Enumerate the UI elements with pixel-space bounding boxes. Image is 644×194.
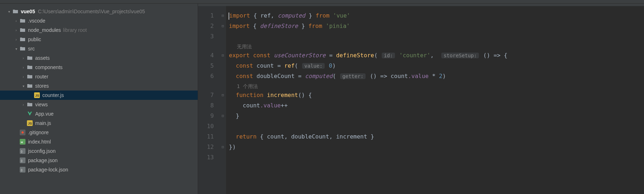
main-layout: ▾ vue05 C:\Users\admin\Documents\Vue_pro… [0, 4, 644, 194]
tree-item-suffix: library root [63, 27, 87, 33]
tree-item-stores[interactable]: ▾stores [0, 81, 198, 91]
line-number: 1 [198, 10, 214, 21]
tree-item-views[interactable]: ›views [0, 100, 198, 109]
svg-text:H: H [21, 141, 23, 144]
tree-item--gitignore[interactable]: .gitignore [0, 128, 198, 137]
folder-icon [27, 73, 33, 80]
chevron-right-icon[interactable]: › [21, 55, 26, 60]
tree-item-label: jsconfig.json [28, 148, 56, 154]
folder-icon [19, 45, 26, 52]
tree-item-App-vue[interactable]: App.vue [0, 109, 198, 118]
fold-icon[interactable]: ⊟ [220, 10, 226, 21]
top-toolbar [0, 0, 644, 4]
chevron-right-icon[interactable]: › [21, 65, 26, 70]
inlay-usages: 1 个用法 [229, 81, 644, 90]
inlay-hint: id: [382, 53, 395, 58]
svg-text:{}: {} [21, 169, 23, 171]
tree-item-main-js[interactable]: JSmain.js [0, 118, 198, 128]
line-number: 7 [198, 90, 214, 100]
folder-icon [12, 8, 19, 15]
fold-end-icon[interactable]: ⊡ [220, 111, 226, 121]
chevron-right-icon[interactable]: › [21, 102, 26, 107]
editor-area: 1 2 3 4 5 6 7 8 9 10 11 12 13 ⊟ ⊟ [198, 4, 644, 194]
fold-end-icon[interactable]: ⊡ [220, 142, 226, 152]
tree-root-label: vue05 [21, 9, 35, 14]
line-number: 6 [198, 71, 214, 81]
line-number: 10 [198, 121, 214, 131]
folder-icon [19, 36, 26, 43]
tree-item-label: package-lock.json [28, 167, 68, 173]
svg-text:{}: {} [21, 159, 23, 162]
chevron-right-icon[interactable]: › [14, 37, 19, 42]
folder-icon [27, 64, 33, 71]
tree-item--vscode[interactable]: ›.vscode [0, 16, 198, 25]
inlay-hint: value: [302, 63, 325, 69]
svg-text:JS: JS [28, 122, 32, 125]
gitfile-icon [19, 129, 26, 136]
fold-icon[interactable]: ⊟ [220, 50, 226, 60]
tree-item-node_modules[interactable]: ›node_moduleslibrary root [0, 25, 198, 35]
folder-icon [27, 101, 33, 108]
tree-item-index-html[interactable]: Hindex.html [0, 137, 198, 146]
tree-item-jsconfig-json[interactable]: {}jsconfig.json [0, 146, 198, 156]
tree-item-counter-js[interactable]: JScounter.js [0, 91, 198, 100]
folder-icon [19, 18, 26, 24]
project-tree[interactable]: ▾ vue05 C:\Users\admin\Documents\Vue_pro… [0, 6, 198, 194]
editor-content[interactable]: 1 2 3 4 5 6 7 8 9 10 11 12 13 ⊟ ⊟ [198, 6, 644, 194]
tree-item-label: .gitignore [28, 130, 49, 135]
chevron-right-icon[interactable]: › [14, 18, 19, 23]
tree-item-package-json[interactable]: {}package.json [0, 156, 198, 165]
line-number-gutter: 1 2 3 4 5 6 7 8 9 10 11 12 13 [198, 6, 220, 194]
tree-item-label: components [35, 64, 62, 70]
chevron-right-icon[interactable]: › [14, 28, 19, 33]
tree-item-label: router [35, 74, 48, 79]
tree-root-path: C:\Users\admin\Documents\Vue_projects\vu… [38, 9, 145, 14]
tree-item-public[interactable]: ›public [0, 35, 198, 44]
fold-icon[interactable]: ⊟ [220, 90, 226, 100]
folder-icon [27, 55, 33, 61]
chevron-down-icon[interactable]: ▾ [6, 9, 11, 14]
tree-item-label: views [35, 102, 48, 107]
tree-item-label: main.js [35, 120, 51, 126]
tree-item-label: counter.js [42, 92, 64, 98]
line-number: 9 [198, 111, 214, 121]
svg-text:{}: {} [21, 150, 23, 153]
tree-item-label: index.html [28, 139, 51, 145]
editor-tabs[interactable] [198, 4, 644, 6]
tree-item-label: assets [35, 55, 50, 61]
line-number: 11 [198, 131, 214, 142]
svg-point-5 [22, 131, 24, 134]
tree-item-label: package.json [28, 157, 58, 163]
vuefile-icon [27, 111, 33, 117]
tree-item-label: stores [35, 83, 49, 89]
code-text[interactable]: import { ref, computed } from 'vue' impo… [226, 6, 644, 194]
chevron-right-icon[interactable]: › [21, 74, 26, 79]
tree-item-label: App.vue [35, 111, 53, 117]
line-number: 5 [198, 60, 214, 71]
line-number: 2 [198, 21, 214, 31]
tree-item-assets[interactable]: ›assets [0, 53, 198, 63]
jsonfile-icon: {} [19, 148, 26, 154]
tree-item-label: node_modules [28, 27, 61, 33]
tree-item-router[interactable]: ›router [0, 72, 198, 81]
line-number: 8 [198, 100, 214, 111]
inlay-hint: getter: [340, 73, 366, 79]
tree-item-label: public [28, 37, 41, 42]
folder-icon [19, 27, 26, 33]
jsonfile-icon: {} [19, 166, 26, 173]
line-number: 3 [198, 31, 214, 42]
inlay-hint: storeSetup: [441, 53, 479, 58]
project-header [0, 4, 198, 6]
fold-gutter: ⊟ ⊟ ⊟ ⊟ ⊡ ⊡ [220, 6, 226, 194]
fold-icon[interactable]: ⊟ [220, 21, 226, 31]
tree-item-components[interactable]: ›components [0, 63, 198, 72]
chevron-down-icon[interactable]: ▾ [14, 46, 19, 51]
jsonfile-icon: {} [19, 157, 26, 164]
tree-root[interactable]: ▾ vue05 C:\Users\admin\Documents\Vue_pro… [0, 7, 198, 16]
tree-item-src[interactable]: ▾src [0, 44, 198, 53]
tree-item-label: .vscode [28, 18, 45, 24]
tree-item-package-lock-json[interactable]: {}package-lock.json [0, 165, 198, 174]
chevron-down-icon[interactable]: ▾ [21, 83, 26, 88]
line-number: 12 [198, 142, 214, 152]
inlay-usages: 无用法 [229, 42, 644, 50]
